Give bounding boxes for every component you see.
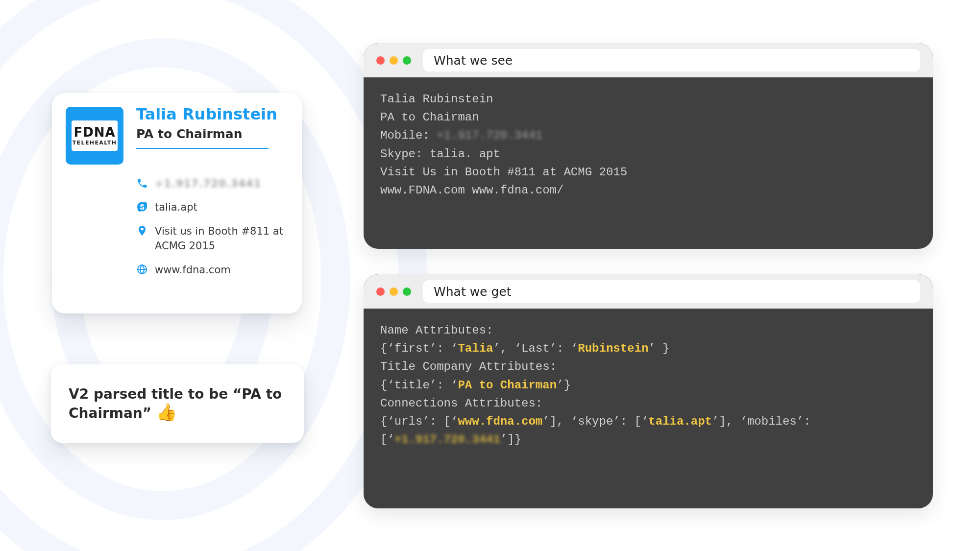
contact-booth-row: Visit us in Booth #811 at ACMG 2015: [136, 224, 293, 254]
traffic-light-close-icon[interactable]: [376, 287, 385, 296]
footnote-card: V2 parsed title to be “PA to Chairman” 👍: [51, 364, 304, 443]
traffic-light-min-icon[interactable]: [390, 287, 398, 296]
t2-l3: Title Company Attributes:: [380, 358, 916, 376]
person-name: Talia Rubinstein: [136, 106, 277, 123]
divider: [136, 148, 269, 149]
traffic-light-close-icon[interactable]: [376, 56, 385, 65]
t2-l1: Name Attributes:: [380, 321, 916, 339]
t1-line2: PA to Chairman: [380, 108, 916, 126]
t2-l7: [‘+1.917.720.3441’]}: [380, 431, 916, 449]
logo-line1: FDNA: [74, 126, 115, 139]
window-title-bar: What we see: [423, 49, 920, 72]
t2-l2: {‘first’: ‘Talia’, ‘Last’: ‘Rubinstein’ …: [380, 339, 916, 358]
t2-l6: {‘urls’: [‘www.fdna.com’], ‘skype’: [‘ta…: [380, 412, 916, 431]
t1-line1: Talia Rubinstein: [380, 90, 916, 108]
booth-value: Visit us in Booth #811 at ACMG 2015: [155, 224, 293, 254]
globe-icon: [136, 264, 148, 275]
window-title: What we get: [434, 285, 511, 299]
contact-url-row: www.fdna.com: [136, 263, 293, 277]
skype-icon: [136, 201, 148, 213]
window-title: What we see: [434, 53, 513, 68]
url-value: www.fdna.com: [155, 263, 231, 277]
traffic-light-max-icon[interactable]: [403, 287, 411, 296]
terminal-what-we-see: What we see Talia Rubinstein PA to Chair…: [364, 43, 933, 249]
thumbs-up-icon: 👍: [156, 402, 177, 422]
t1-line3: Mobile: +1.917.720.3441: [380, 126, 916, 144]
skype-value: talia.apt: [155, 200, 197, 215]
person-title: PA to Chairman: [136, 127, 277, 141]
window-chrome: What we get: [364, 274, 933, 309]
company-logo: FDNA TELEHEALTH: [66, 107, 123, 165]
business-card: FDNA TELEHEALTH Talia Rubinstein PA to C…: [52, 93, 302, 313]
t1-line6: www.FDNA.com www.fdna.com/: [380, 181, 916, 199]
mobile-value: +1.917.720.3441: [155, 176, 261, 191]
t2-l5: Connections Attributes:: [380, 394, 916, 412]
logo-line2: TELEHEALTH: [73, 140, 117, 146]
t2-l4: {‘title’: ‘PA to Chairman’}: [380, 376, 916, 394]
terminal-what-we-get: What we get Name Attributes: {‘first’: ‘…: [364, 274, 933, 508]
contact-mobile-row: +1.917.720.3441: [136, 176, 293, 191]
traffic-light-max-icon[interactable]: [403, 56, 411, 65]
traffic-light-min-icon[interactable]: [390, 56, 398, 65]
t1-line5: Visit Us in Booth #811 at ACMG 2015: [380, 163, 916, 181]
terminal-body: Name Attributes: {‘first’: ‘Talia’, ‘Las…: [364, 309, 933, 463]
terminal-body: Talia Rubinstein PA to Chairman Mobile: …: [364, 77, 933, 214]
phone-icon: [136, 177, 148, 189]
location-pin-icon: [136, 225, 148, 237]
window-chrome: What we see: [364, 43, 933, 77]
contact-skype-row: talia.apt: [136, 200, 293, 215]
t1-line4: Skype: talia. apt: [380, 145, 916, 163]
window-title-bar: What we get: [423, 280, 920, 303]
